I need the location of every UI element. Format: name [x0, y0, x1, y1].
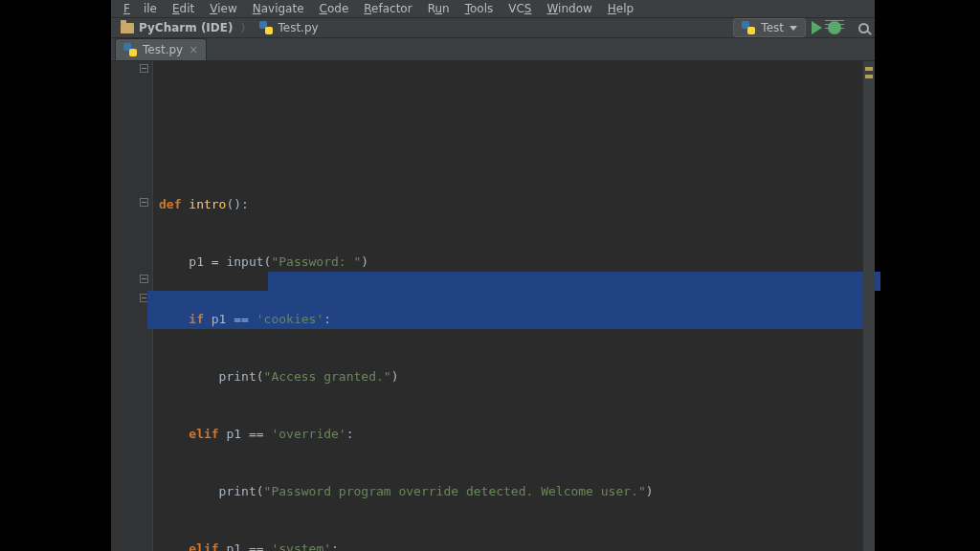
close-icon[interactable]: × [189, 43, 198, 56]
chevron-down-icon [790, 26, 797, 31]
code-area[interactable]: def intro(): p1 = input("Password: ") if… [153, 61, 875, 551]
editor-tabs: Test.py × [111, 38, 875, 61]
breadcrumb-separator: 〉 [236, 20, 256, 36]
debug-button[interactable] [828, 21, 841, 34]
menu-help[interactable]: Help [601, 0, 640, 17]
folder-icon [121, 23, 134, 33]
tab-test-py[interactable]: Test.py × [115, 38, 207, 60]
breadcrumb-project-label: PyCharm (IDE) [139, 21, 233, 34]
navigation-bar: PyCharm (IDE) 〉 Test.py Test [111, 18, 875, 38]
menu-code[interactable]: Code [313, 0, 356, 17]
code-editor[interactable]: def intro(): p1 = input("Password: ") if… [111, 61, 875, 551]
scrollbar[interactable] [863, 61, 875, 551]
menu-view[interactable]: View [203, 0, 243, 17]
menu-run[interactable]: Run [421, 0, 457, 17]
python-file-icon [123, 43, 137, 56]
run-button[interactable] [812, 21, 822, 34]
menu-navigate[interactable]: Navigate [246, 0, 311, 17]
python-file-icon [259, 21, 273, 34]
breadcrumb-project[interactable]: PyCharm (IDE) [117, 21, 236, 34]
menu-tools[interactable]: Tools [458, 0, 501, 17]
breadcrumb-file[interactable]: Test.py [256, 21, 322, 34]
menu-vcs[interactable]: VCS [501, 0, 538, 17]
breadcrumb-file-label: Test.py [278, 21, 318, 34]
menu-bar: File Edit View Navigate Code Refactor Ru… [111, 0, 875, 18]
search-icon[interactable] [858, 23, 869, 33]
menu-file[interactable]: File [117, 0, 164, 17]
run-configuration-selector[interactable]: Test [733, 18, 806, 37]
tab-label: Test.py [143, 43, 183, 56]
python-file-icon [742, 21, 755, 34]
menu-window[interactable]: Window [540, 0, 598, 17]
pycharm-window: File Edit View Navigate Code Refactor Ru… [111, 0, 875, 544]
menu-refactor[interactable]: Refactor [357, 0, 418, 17]
run-config-label: Test [761, 21, 784, 34]
menu-edit[interactable]: Edit [166, 0, 201, 17]
